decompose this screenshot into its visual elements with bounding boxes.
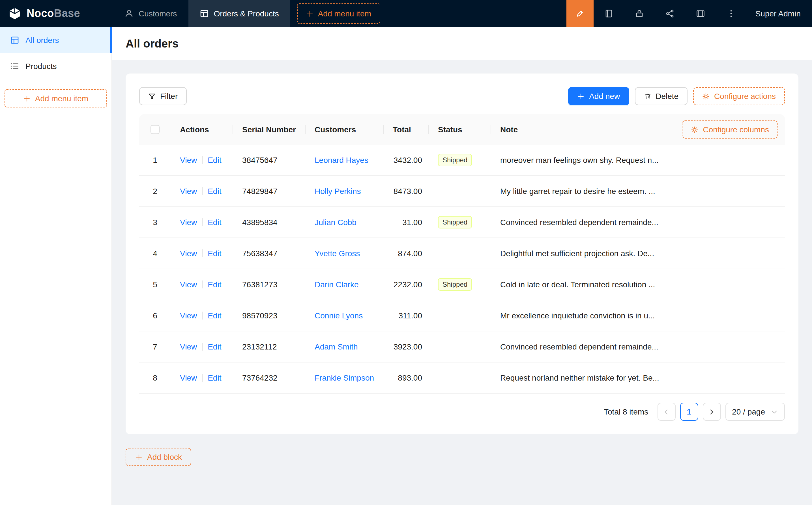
- table-row: 8 ViewEdit 73764232 Frankie Simpson 893.…: [139, 362, 785, 393]
- view-link[interactable]: View: [180, 249, 197, 258]
- column-header-serial-number: Serial Number: [233, 125, 305, 134]
- view-link[interactable]: View: [180, 342, 197, 351]
- total-cell: 3432.00: [384, 156, 429, 165]
- notebook-button[interactable]: [593, 0, 624, 27]
- list-icon: [10, 62, 19, 71]
- row-select-cell[interactable]: 8: [139, 373, 171, 382]
- edit-link[interactable]: Edit: [208, 311, 221, 320]
- total-cell: 2232.00: [384, 280, 429, 289]
- add-block-button[interactable]: Add block: [126, 448, 191, 466]
- note-cell: Delightful met sufficient projection ask…: [491, 249, 785, 258]
- total-cell: 31.00: [384, 218, 429, 227]
- row-select-cell[interactable]: 4: [139, 249, 171, 258]
- configure-columns-button[interactable]: Configure columns: [682, 121, 778, 139]
- sidebar: All orders Products Add menu item: [0, 27, 112, 505]
- customer-link[interactable]: Holly Perkins: [315, 187, 361, 196]
- edit-link[interactable]: Edit: [208, 218, 221, 227]
- more-button[interactable]: [716, 0, 747, 27]
- view-link[interactable]: View: [180, 218, 197, 227]
- row-index: 7: [153, 342, 157, 351]
- status-tag: Shipped: [438, 278, 472, 291]
- table-body: 1 ViewEdit 38475647 Leonard Hayes 3432.0…: [139, 145, 785, 393]
- customer-link[interactable]: Frankie Simpson: [315, 373, 374, 382]
- row-select-cell[interactable]: 5: [139, 280, 171, 289]
- filter-button[interactable]: Filter: [139, 87, 187, 105]
- table-row: 5 ViewEdit 76381273 Darin Clarke 2232.00…: [139, 269, 785, 300]
- row-select-cell[interactable]: 2: [139, 187, 171, 196]
- action-divider: [202, 218, 202, 226]
- gear-icon: [702, 93, 709, 100]
- table-row: 4 ViewEdit 75638347 Yvette Gross 874.00 …: [139, 238, 785, 269]
- column-header-customers: Customers: [305, 125, 384, 134]
- gear-icon: [691, 126, 698, 133]
- row-index: 1: [153, 156, 157, 165]
- layout-toggle-button[interactable]: [685, 0, 716, 27]
- customer-link[interactable]: Connie Lyons: [315, 311, 363, 320]
- action-divider: [202, 343, 202, 351]
- edit-link[interactable]: Edit: [208, 342, 221, 351]
- view-link[interactable]: View: [180, 311, 197, 320]
- nocobase-logo[interactable]: NocoBase: [0, 0, 113, 27]
- notebook-icon: [604, 9, 614, 18]
- view-link[interactable]: View: [180, 373, 197, 382]
- orders-table-icon: [10, 36, 19, 45]
- serial-number-cell: 38475647: [233, 156, 305, 165]
- prev-page-button[interactable]: [657, 403, 675, 421]
- row-select-cell[interactable]: 7: [139, 342, 171, 351]
- column-header-total: Total: [384, 125, 429, 134]
- nav-item-customers[interactable]: Customers: [113, 0, 188, 27]
- table-row: 3 ViewEdit 43895834 Julian Cobb 31.00 Sh…: [139, 207, 785, 238]
- row-index: 5: [153, 280, 157, 289]
- view-link[interactable]: View: [180, 156, 197, 165]
- api-button[interactable]: [655, 0, 685, 27]
- orders-table-block: Filter Add new Delete: [126, 73, 798, 434]
- more-icon: [726, 9, 735, 18]
- serial-number-cell: 73764232: [233, 373, 305, 382]
- ui-editor-button[interactable]: [566, 0, 593, 27]
- edit-link[interactable]: Edit: [208, 249, 221, 258]
- plus-icon: [23, 95, 30, 102]
- action-divider: [202, 374, 202, 382]
- sidebar-item-label: Products: [25, 62, 57, 71]
- nav-item-orders-products[interactable]: Orders & Products: [188, 0, 290, 27]
- user-menu[interactable]: Super Admin: [747, 0, 812, 27]
- lock-button[interactable]: [624, 0, 655, 27]
- customer-link[interactable]: Leonard Hayes: [315, 156, 368, 165]
- row-select-cell[interactable]: 6: [139, 311, 171, 320]
- customer-link[interactable]: Yvette Gross: [315, 249, 360, 258]
- page-content: Filter Add new Delete: [112, 60, 812, 505]
- customer-cell: Yvette Gross: [305, 249, 384, 258]
- row-select-cell[interactable]: 3: [139, 218, 171, 227]
- add-menu-item-button-top[interactable]: Add menu item: [297, 3, 380, 24]
- edit-link[interactable]: Edit: [208, 187, 221, 196]
- view-link[interactable]: View: [180, 280, 197, 289]
- nav-item-label: Orders & Products: [214, 9, 279, 18]
- customer-cell: Adam Smith: [305, 342, 384, 351]
- edit-link[interactable]: Edit: [208, 156, 221, 165]
- customer-link[interactable]: Julian Cobb: [315, 218, 357, 227]
- edit-link[interactable]: Edit: [208, 373, 221, 382]
- api-icon: [665, 9, 675, 18]
- row-actions-cell: ViewEdit: [171, 373, 233, 382]
- add-menu-item-button-sidebar[interactable]: Add menu item: [5, 90, 107, 108]
- row-index: 4: [153, 249, 157, 258]
- pagination: Total 8 items 1 20 / page: [139, 403, 785, 421]
- add-new-button[interactable]: Add new: [568, 87, 629, 105]
- row-select-cell[interactable]: 1: [139, 156, 171, 165]
- edit-link[interactable]: Edit: [208, 280, 221, 289]
- page-1-button[interactable]: 1: [680, 403, 698, 421]
- next-page-button[interactable]: [702, 403, 721, 421]
- action-divider: [202, 312, 202, 320]
- sidebar-item-all-orders[interactable]: All orders: [0, 27, 112, 53]
- total-cell: 893.00: [384, 373, 429, 382]
- page-size-select[interactable]: 20 / page: [725, 403, 785, 421]
- view-link[interactable]: View: [180, 187, 197, 196]
- customer-link[interactable]: Darin Clarke: [315, 280, 359, 289]
- status-cell: Shipped: [429, 154, 491, 166]
- customer-link[interactable]: Adam Smith: [315, 342, 358, 351]
- select-all-checkbox[interactable]: [150, 125, 160, 134]
- sidebar-item-products[interactable]: Products: [0, 53, 112, 79]
- configure-actions-button[interactable]: Configure actions: [693, 87, 785, 105]
- delete-button[interactable]: Delete: [635, 87, 687, 105]
- column-header-actions: Actions: [171, 125, 233, 134]
